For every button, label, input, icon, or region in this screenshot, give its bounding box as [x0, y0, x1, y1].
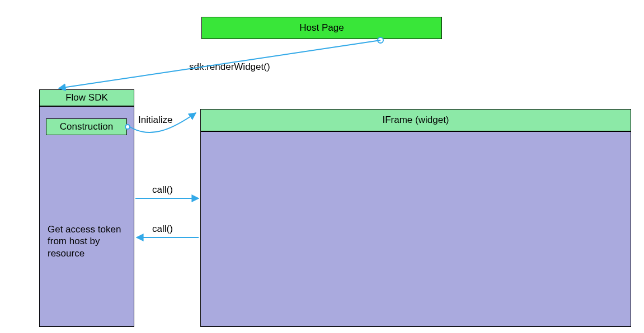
construction-box: Construction: [46, 118, 127, 135]
render-label: sdk.renderWidget(): [189, 61, 270, 73]
initialize-label: Initialize: [138, 115, 172, 126]
flow-sdk-header: Flow SDK: [39, 89, 134, 106]
token-text: Get access token from host by resource: [48, 223, 126, 259]
iframe-label: IFrame (widget): [382, 115, 449, 126]
flow-sdk-body: [39, 106, 134, 327]
iframe-body: [200, 131, 631, 327]
host-page-label: Host Page: [299, 22, 344, 34]
flow-sdk-label: Flow SDK: [65, 92, 108, 103]
call2-label: call(): [152, 223, 173, 235]
iframe-header: IFrame (widget): [200, 109, 631, 131]
call1-label: call(): [152, 184, 173, 196]
construction-label: Construction: [60, 121, 113, 132]
host-page-box: Host Page: [201, 17, 442, 39]
